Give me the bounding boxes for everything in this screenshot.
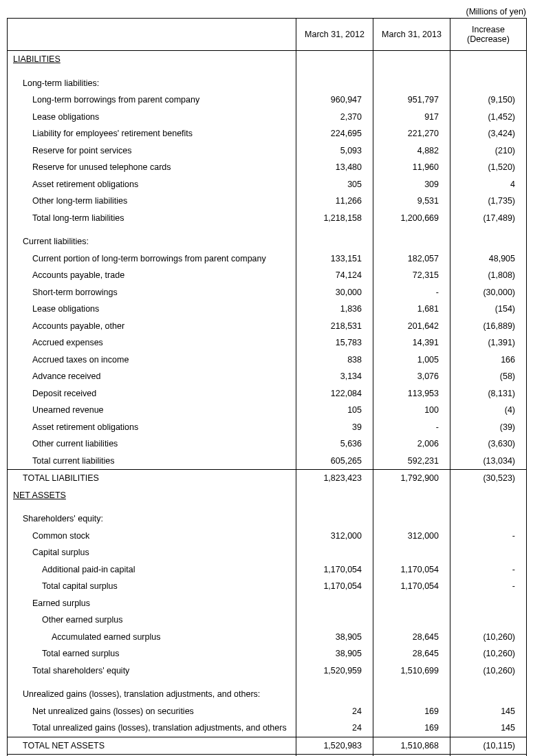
units-label: (Millions of yen) (7, 7, 526, 17)
cell-2012: 30,000 (296, 284, 373, 301)
table-row: Asset retirement obligations39-(39) (8, 419, 527, 436)
header-blank (8, 19, 296, 51)
cell-2012: 3,134 (296, 368, 373, 385)
cell-2012 (296, 51, 373, 68)
cell-2012: 24 (296, 720, 373, 737)
cell-2012: 1,170,054 (296, 578, 373, 595)
row-label: Unearned revenue (8, 402, 296, 419)
cell-2013 (373, 686, 450, 703)
cell-2012: 122,084 (296, 385, 373, 402)
cell-2012 (296, 487, 373, 504)
row-label: Capital surplus (8, 544, 296, 561)
cell-delta: (10,260) (450, 629, 527, 646)
cell-2012 (296, 686, 373, 703)
cell-2013: 1,200,669 (373, 210, 450, 227)
cell-2013: 201,642 (373, 318, 450, 335)
row-label: Current portion of long-term borrowings … (8, 250, 296, 268)
cell-2013 (373, 510, 450, 528)
cell-delta: (210) (450, 142, 527, 160)
cell-2013: 592,231 (373, 453, 450, 470)
cell-2013: 1,510,868 (373, 737, 450, 755)
row-label: Other earned surplus (8, 612, 296, 629)
row-label: Earned surplus (8, 595, 296, 612)
row-label: Asset retirement obligations (8, 176, 296, 193)
cell-2013: 951,797 (373, 91, 450, 109)
table-row: Total unrealized gains (losses), transla… (8, 720, 527, 737)
header-decrease: (Decrease) (467, 34, 510, 44)
table-row: Total capital surplus1,170,0541,170,054- (8, 578, 527, 595)
cell-2012: 15,783 (296, 334, 373, 352)
row-label: Total earned surplus (8, 645, 296, 662)
row-label: Advance received (8, 368, 296, 385)
cell-2012: 605,265 (296, 453, 373, 470)
row-label: Common stock (8, 528, 296, 545)
cell-2012: 218,531 (296, 318, 373, 335)
row-label: Long-term borrowings from parent company (8, 91, 296, 109)
table-row: Total long-term liabilities1,218,1581,20… (8, 210, 527, 227)
table-row: Total earned surplus38,90528,645(10,260) (8, 645, 527, 662)
cell-2013: 3,076 (373, 368, 450, 385)
cell-delta (450, 510, 527, 528)
cell-delta: (1,452) (450, 109, 527, 126)
spacer-row (8, 679, 527, 686)
cell-2012 (296, 233, 373, 250)
cell-2012: 1,218,158 (296, 210, 373, 227)
cell-2013 (373, 233, 450, 250)
table-row: Lease obligations2,370917(1,452) (8, 109, 527, 126)
cell-2013 (373, 544, 450, 561)
table-row: Shareholders' equity: (8, 510, 527, 528)
cell-delta: (4) (450, 402, 527, 419)
cell-delta: - (450, 528, 527, 545)
row-label: Reserve for point services (8, 142, 296, 160)
table-row: Earned surplus (8, 595, 527, 612)
cell-delta (450, 686, 527, 703)
row-label: Accumulated earned surplus (8, 629, 296, 646)
cell-delta (450, 612, 527, 629)
table-row: Other earned surplus (8, 612, 527, 629)
cell-2013 (373, 51, 450, 68)
cell-2013: 1,510,699 (373, 662, 450, 680)
table-row: Accumulated earned surplus38,90528,645(1… (8, 629, 527, 646)
cell-2012: 224,695 (296, 125, 373, 142)
cell-2012: 305 (296, 176, 373, 193)
row-label: Asset retirement obligations (8, 419, 296, 436)
row-label: Unrealized gains (losses), translation a… (8, 686, 296, 703)
row-label: Accounts payable, other (8, 318, 296, 335)
header-increase: Increase (472, 25, 505, 34)
row-label: Total capital surplus (8, 578, 296, 595)
cell-2012: 105 (296, 402, 373, 419)
cell-2012: 312,000 (296, 528, 373, 545)
table-row: Total shareholders' equity1,520,9591,510… (8, 662, 527, 680)
row-label: Deposit received (8, 385, 296, 402)
cell-2012 (296, 612, 373, 629)
table-row: Accounts payable, trade74,12472,315(1,80… (8, 267, 527, 284)
table-row: Asset retirement obligations3053094 (8, 176, 527, 193)
cell-2013: 28,645 (373, 629, 450, 646)
cell-2013: 169 (373, 703, 450, 720)
cell-2013: 309 (373, 176, 450, 193)
table-row: Advance received3,1343,076(58) (8, 368, 527, 385)
balance-sheet-table: March 31, 2012 March 31, 2013 Increase (… (7, 18, 527, 756)
cell-delta: (13,034) (450, 453, 527, 470)
cell-delta: (1,520) (450, 159, 527, 176)
cell-delta: 48,905 (450, 250, 527, 268)
cell-delta: (1,391) (450, 334, 527, 352)
table-row: Unearned revenue105100(4) (8, 402, 527, 419)
cell-delta: - (450, 578, 527, 595)
cell-delta (450, 487, 527, 504)
table-row: Reserve for point services5,0934,882(210… (8, 142, 527, 160)
cell-2012: 1,823,423 (296, 470, 373, 487)
cell-2013 (373, 75, 450, 92)
cell-delta: 145 (450, 703, 527, 720)
cell-2012: 5,093 (296, 142, 373, 160)
table-row: Reserve for unused telephone cards13,480… (8, 159, 527, 176)
table-row: Other current liabilities5,6362,006(3,63… (8, 435, 527, 453)
cell-2012: 11,266 (296, 193, 373, 210)
table-row: NET ASSETS (8, 487, 527, 504)
table-row: Deposit received122,084113,953(8,131) (8, 385, 527, 402)
cell-2012: 39 (296, 419, 373, 436)
cell-2013: 14,391 (373, 334, 450, 352)
row-label: Accrued taxes on income (8, 352, 296, 369)
row-label: Other current liabilities (8, 435, 296, 453)
cell-2012: 5,636 (296, 435, 373, 453)
